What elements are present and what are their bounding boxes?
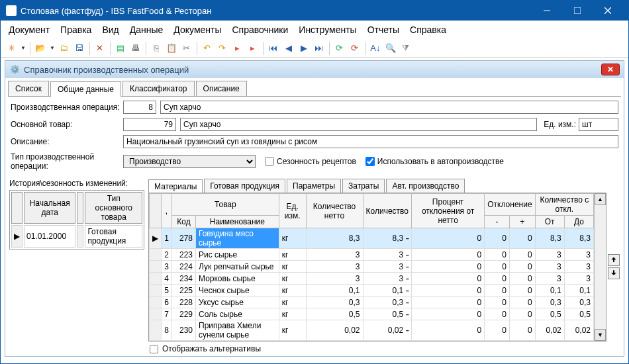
toolbar: ✳▼ 📂▼ 🗂 🖫 ✕ ▤ 🖶 ⎘ 📋 ✂ ↶ ↷ ▸ ▸ ⏮ ◀ ▶ ⏭ ⟳ … <box>1 39 628 58</box>
desc-input[interactable] <box>123 135 618 148</box>
table-row[interactable]: 7229Соль сырьекг0,50,5 ···0000,50,5 <box>150 308 594 320</box>
title-bar: Столовая (фастфуд) - IBS FastFood & Рест… <box>1 1 628 21</box>
last-icon[interactable]: ⏭ <box>313 42 326 55</box>
unit-label: Ед. изм.: <box>544 120 576 129</box>
menu-document[interactable]: Документ <box>3 22 55 38</box>
product-id-input[interactable] <box>123 118 176 131</box>
window-title: Столовая (фастфуд) - IBS FastFood & Рест… <box>21 6 532 16</box>
back-icon[interactable]: ◀ <box>282 42 295 55</box>
menu-edit[interactable]: Правка <box>55 22 97 38</box>
tab-params[interactable]: Параметры <box>287 179 341 193</box>
separator <box>197 42 197 55</box>
product-label: Основной товар: <box>11 120 123 129</box>
separator <box>263 42 264 55</box>
history-table[interactable]: Начальная датаТип основного товара ▶01.0… <box>9 190 144 250</box>
open-icon[interactable]: 📂 <box>34 42 47 55</box>
desc-label: Описание: <box>11 137 123 146</box>
minimize-button[interactable] <box>532 1 562 21</box>
print-icon[interactable]: 🖶 <box>129 42 142 55</box>
season-cb-input[interactable] <box>265 157 274 166</box>
history-date[interactable]: 01.01.2000 <box>24 225 75 248</box>
reload-icon[interactable]: ⟳ <box>348 42 362 55</box>
menu-documents[interactable]: Документы <box>168 22 226 38</box>
reorder-buttons: 🠉 🠋 <box>608 254 620 281</box>
folder-icon[interactable]: 🗂 <box>58 42 71 55</box>
tab-costs[interactable]: Затраты <box>342 179 385 193</box>
app-icon <box>6 5 17 16</box>
tab-general[interactable]: Общие данные <box>50 81 121 97</box>
open-dropdown[interactable]: ▼ <box>49 45 56 51</box>
nav-next-icon[interactable]: ▸ <box>246 42 260 55</box>
separator <box>146 42 146 55</box>
top-tabs: Список Общие данные Классификатор Описан… <box>5 78 624 96</box>
separator <box>89 42 90 55</box>
menu-catalogs[interactable]: Справочники <box>227 22 294 38</box>
form-area: Производственная операция: Основной това… <box>5 97 624 179</box>
preview-icon[interactable]: ▤ <box>114 42 127 55</box>
table-row[interactable]: 3224Лук репчатый сырьекг33 ···00033 <box>150 261 594 273</box>
type-select[interactable]: Производство <box>123 155 256 168</box>
tab-list[interactable]: Список <box>8 81 49 96</box>
scroll-up-icon[interactable]: ▲ <box>595 193 606 205</box>
tab-classifier[interactable]: Классификатор <box>122 81 195 96</box>
sort-icon[interactable]: A↓ <box>369 42 382 55</box>
first-icon[interactable]: ⏮ <box>267 42 280 55</box>
table-row[interactable]: 5225Чеснок сырьекг0,10,1 ···0000,10,1 <box>150 285 594 296</box>
copy-icon[interactable]: ⎘ <box>150 42 163 55</box>
catalog-panel: ⚙️ Справочник производственных операций … <box>5 60 624 357</box>
op-id-input[interactable] <box>123 101 156 114</box>
table-row[interactable]: 8230Приправа Хмели сунели сырьекг0,020,0… <box>150 320 594 341</box>
find-icon[interactable]: 🔍 <box>384 42 397 55</box>
new-icon[interactable]: ✳ <box>5 42 18 55</box>
alt-cb-input[interactable] <box>150 345 158 353</box>
tab-autoprod[interactable]: Авт. производство <box>386 179 465 193</box>
alternatives-checkbox[interactable]: Отображать альтернативы <box>148 341 620 356</box>
save-icon[interactable]: 🖫 <box>73 42 86 55</box>
forward-icon[interactable]: ▶ <box>297 42 311 55</box>
type-label: Тип производственной операции: <box>11 152 123 171</box>
delete-icon[interactable]: ✕ <box>93 42 107 55</box>
tab-finished[interactable]: Готовая продукция <box>204 179 285 193</box>
tab-materials[interactable]: Материалы <box>148 179 203 193</box>
refresh-icon[interactable]: ⟳ <box>333 42 346 55</box>
menu-help[interactable]: Справка <box>405 22 452 38</box>
unit-input[interactable] <box>579 118 618 131</box>
panel-header: ⚙️ Справочник производственных операций … <box>5 61 624 78</box>
op-name-input[interactable] <box>160 101 618 114</box>
auto-cb-input[interactable] <box>365 157 375 166</box>
table-row[interactable]: 4234Морковь сырьекг33 ···00033 <box>150 273 594 285</box>
materials-grid[interactable]: , Товар Ед. изм. Количество нетто Количе… <box>148 193 606 341</box>
table-row[interactable]: 6228Уксус сырьекг0,30,3 ···0000,30,3 <box>150 296 594 308</box>
row-pointer: ▶ <box>11 225 23 248</box>
history-type[interactable]: Готовая продукция <box>85 225 142 248</box>
history-label: История\сезонность изменений: <box>9 179 144 188</box>
menu-tools[interactable]: Инструменты <box>293 22 362 38</box>
table-row[interactable]: 2223Рис сырьекг33 ···00033 <box>150 249 594 261</box>
undo-icon[interactable]: ↶ <box>201 42 214 55</box>
move-up-button[interactable]: 🠉 <box>608 254 620 266</box>
season-checkbox[interactable]: Сезонность рецептов <box>265 157 356 166</box>
product-name-input[interactable] <box>180 118 537 131</box>
scroll-down-icon[interactable]: ▼ <box>595 329 606 341</box>
move-down-button[interactable]: 🠋 <box>608 267 620 279</box>
menu-reports[interactable]: Отчеты <box>362 22 405 38</box>
filter-icon[interactable]: ⧩ <box>399 42 412 55</box>
materials-pane: Материалы Готовая продукция Параметры За… <box>148 179 620 356</box>
table-row[interactable]: ▶1278Говядина мясо сырьекг8,38,3 ···0008… <box>150 228 594 249</box>
nav-prev-icon[interactable]: ▸ <box>231 42 244 55</box>
new-dropdown[interactable]: ▼ <box>20 45 26 51</box>
menu-view[interactable]: Вид <box>97 22 124 38</box>
menu-data[interactable]: Данные <box>124 22 169 38</box>
maximize-button[interactable] <box>562 1 593 21</box>
tab-description[interactable]: Описание <box>196 81 247 96</box>
redo-icon[interactable]: ↷ <box>216 42 229 55</box>
panel-close-button[interactable]: ✕ <box>601 64 620 75</box>
paste-icon[interactable]: 📋 <box>165 42 178 55</box>
separator <box>110 42 111 55</box>
panel-title: Справочник производственных операций <box>24 65 601 75</box>
cut-icon[interactable]: ✂ <box>180 42 193 55</box>
sub-tabs: Материалы Готовая продукция Параметры За… <box>148 179 620 193</box>
close-button[interactable] <box>593 1 623 21</box>
auto-checkbox[interactable]: Использовать в автопроизводстве <box>365 157 504 166</box>
vertical-scrollbar[interactable]: ▲ ▼ <box>594 193 606 341</box>
